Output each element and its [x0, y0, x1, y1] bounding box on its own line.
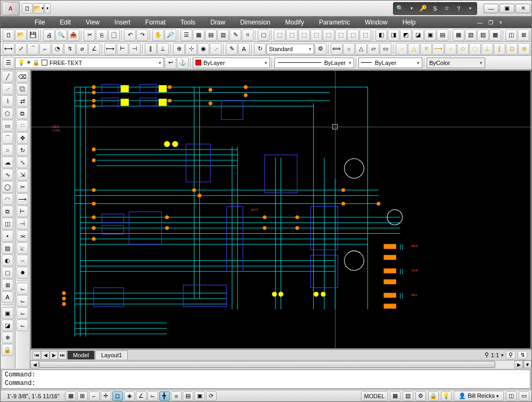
- inq-volume-button[interactable]: ▭: [380, 43, 391, 55]
- properties-button[interactable]: ☰: [181, 29, 192, 41]
- save-button[interactable]: 💾: [27, 29, 39, 41]
- mirror-button[interactable]: ⇄: [17, 95, 28, 107]
- grid-button[interactable]: ⊞: [77, 391, 88, 401]
- osnap-ins-button[interactable]: ⊡: [506, 43, 518, 55]
- inq-dist-button[interactable]: ⟺: [331, 43, 342, 55]
- annotation-scale[interactable]: 1:1: [491, 352, 499, 358]
- menu-window[interactable]: Window: [357, 17, 395, 28]
- tab-last-button[interactable]: ⏭: [58, 351, 67, 359]
- scroll-left-button[interactable]: ◀: [30, 360, 39, 368]
- transparency-button[interactable]: ▤: [183, 391, 193, 401]
- ws-c-button[interactable]: ⬚: [298, 29, 310, 41]
- offset-button[interactable]: ⧉: [17, 108, 28, 119]
- ucs-c-button[interactable]: ⌙: [17, 307, 28, 319]
- menu-tools[interactable]: Tools: [173, 17, 203, 28]
- inq-area-button[interactable]: ▱: [367, 43, 379, 55]
- ellipse-button[interactable]: ◯: [2, 181, 13, 193]
- menu-edit[interactable]: Edit: [52, 17, 78, 28]
- tolerance-button[interactable]: ⊕: [173, 43, 185, 55]
- menu-help[interactable]: Help: [395, 17, 423, 28]
- menu-modify[interactable]: Modify: [278, 17, 312, 28]
- center-mark-button[interactable]: ⊹: [185, 43, 197, 55]
- make-block-button[interactable]: ◫: [2, 218, 13, 229]
- region-button[interactable]: ▢: [2, 267, 13, 278]
- annotation-icon[interactable]: ⚲: [485, 351, 489, 358]
- lineweight-button[interactable]: ≡: [171, 391, 182, 401]
- quickprops-button[interactable]: ▣: [194, 391, 205, 401]
- render-a-button[interactable]: ◧: [375, 29, 387, 41]
- scale-button[interactable]: ⤡: [17, 157, 28, 168]
- menu-view[interactable]: View: [78, 17, 107, 28]
- quickview-drawings-button[interactable]: ▧: [403, 391, 413, 401]
- fillet-button[interactable]: ⌢: [17, 255, 28, 266]
- view-c-button[interactable]: ▨: [477, 29, 489, 41]
- revision-cloud-button[interactable]: ☁: [2, 157, 13, 168]
- inq-angle-button[interactable]: △: [355, 43, 367, 55]
- osnap-near-button[interactable]: ✦: [530, 43, 531, 55]
- annotation-vis-button[interactable]: ⚲: [506, 351, 515, 359]
- inspect-button[interactable]: ◉: [198, 43, 209, 55]
- trim-button[interactable]: ✂: [17, 181, 28, 193]
- command-input[interactable]: Command:: [3, 379, 529, 388]
- mdi-close-button[interactable]: ×: [496, 19, 505, 27]
- block-editor-button[interactable]: ▢: [258, 29, 269, 41]
- snap-mode-button[interactable]: ▦: [66, 391, 76, 401]
- markup-button[interactable]: ✎: [230, 29, 241, 41]
- ellipse-arc-button[interactable]: ◠: [2, 193, 13, 205]
- jog-line-button[interactable]: ⟋: [210, 43, 222, 55]
- scroll-right-button[interactable]: ▶: [514, 360, 523, 368]
- dim-update-button[interactable]: ↻: [254, 43, 266, 55]
- search-dropdown[interactable]: ▾: [406, 4, 417, 13]
- dim-linear-button[interactable]: ⟷: [3, 43, 14, 55]
- dim-continue-button[interactable]: ⊣: [129, 43, 141, 55]
- dim-quick-button[interactable]: ⟼: [104, 43, 116, 55]
- close-button[interactable]: ✕: [515, 4, 530, 13]
- dim-text-edit-button[interactable]: A: [238, 43, 250, 55]
- cut-button[interactable]: ✂: [84, 29, 95, 41]
- dim-break-button[interactable]: ⊥: [157, 43, 169, 55]
- exchange-button[interactable]: S: [430, 4, 440, 13]
- mdi-restore-button[interactable]: ❐: [486, 19, 496, 27]
- render-f-button[interactable]: ▤: [437, 29, 448, 41]
- render-b-button[interactable]: ◨: [388, 29, 399, 41]
- modelspace-button[interactable]: MODEL: [361, 391, 388, 401]
- ws-d-button[interactable]: ⬚: [310, 29, 322, 41]
- menu-insert[interactable]: Insert: [107, 17, 138, 28]
- tab-model[interactable]: Model: [67, 350, 95, 359]
- osnap-button[interactable]: ◻: [112, 391, 123, 401]
- plotstyle-combo[interactable]: ByColor ▾: [427, 58, 485, 68]
- ucs-d-button[interactable]: ⌙: [17, 319, 28, 331]
- osnap-mid-button[interactable]: △: [408, 43, 420, 55]
- quickcalc-button[interactable]: ⌗: [242, 29, 253, 41]
- rotate-button[interactable]: ↻: [17, 144, 28, 156]
- menu-dimension[interactable]: Dimension: [233, 17, 278, 28]
- qat-new-button[interactable]: 🗋: [22, 3, 32, 14]
- plot-preview-button[interactable]: 🔍: [55, 29, 67, 41]
- tab-next-button[interactable]: ▶: [50, 351, 58, 359]
- maximize-button[interactable]: ▣: [500, 4, 514, 13]
- minimize-button[interactable]: —: [484, 4, 498, 13]
- osnap-node-button[interactable]: ⊗: [518, 43, 530, 55]
- layer-lock-button[interactable]: 🔒: [2, 344, 13, 356]
- qat-customize-button[interactable]: ▾: [44, 3, 51, 14]
- view-b-button[interactable]: ▧: [465, 29, 477, 41]
- app-menu-button[interactable]: A: [2, 2, 20, 15]
- undo-button[interactable]: ↶: [124, 29, 136, 41]
- ws-h-button[interactable]: ⬚: [359, 29, 371, 41]
- hatch-button[interactable]: ▨: [2, 242, 13, 254]
- join-button[interactable]: ⫘: [17, 230, 28, 242]
- move-button[interactable]: ✥: [17, 132, 28, 144]
- help-dropdown[interactable]: ▾: [465, 4, 476, 13]
- ws-f-button[interactable]: ⬚: [335, 29, 347, 41]
- lineweight-combo[interactable]: ByLayer ▾: [358, 58, 422, 68]
- polar-button[interactable]: ✛: [101, 391, 111, 401]
- annotation-dropdown[interactable]: ▾: [501, 352, 504, 358]
- mtext-button[interactable]: A: [2, 291, 13, 303]
- circle-button[interactable]: ○: [2, 144, 13, 156]
- dim-diameter-button[interactable]: ⌀: [76, 43, 88, 55]
- spline-button[interactable]: ∿: [2, 169, 13, 181]
- qat-open-button[interactable]: 📂▾: [33, 3, 44, 14]
- osnap-par-button[interactable]: ∥: [494, 43, 505, 55]
- new-button[interactable]: 🗋: [3, 29, 14, 41]
- line-button[interactable]: ╱: [2, 71, 13, 83]
